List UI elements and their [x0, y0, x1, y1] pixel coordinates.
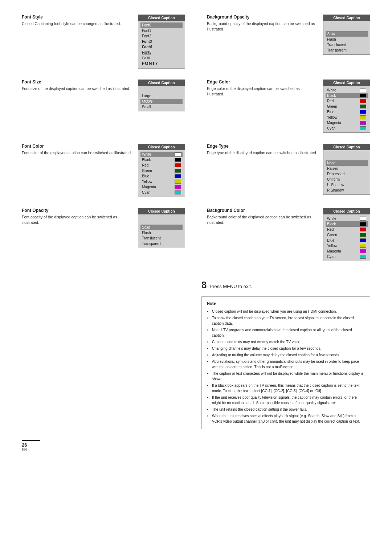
note-item-9: If the unit receives poor quality televi…: [212, 395, 365, 406]
bg-color-menu-items: White Black Red Green Blue: [323, 214, 370, 261]
font-opacity-item-1[interactable]: Flash: [140, 230, 183, 235]
main-grid: Font Style Closed Captioning font style …: [22, 15, 370, 261]
bg-color-title: Background Color: [207, 208, 317, 213]
edge-color-item-4[interactable]: Blue: [326, 109, 368, 115]
note-item-0: Closed caption will not be displayed whe…: [212, 309, 365, 314]
edge-color-item-5[interactable]: Yellow: [326, 115, 368, 120]
font-style-item-2[interactable]: Font2: [140, 33, 183, 39]
font-color-swatch-7: [175, 190, 181, 194]
note-title: Note: [207, 300, 365, 307]
font-color-item-5[interactable]: Yellow: [140, 179, 183, 184]
font-color-item-4[interactable]: Blue: [140, 173, 183, 179]
bg-opacity-desc: Background opacity of the displayed capt…: [207, 21, 317, 32]
edge-color-swatch-3: [360, 104, 366, 108]
font-color-item-0[interactable]: White: [140, 152, 183, 157]
edge-color-item-3[interactable]: Green: [326, 104, 368, 109]
font-color-title: Font Color: [22, 144, 132, 149]
edge-color-swatch-7: [360, 126, 366, 130]
font-opacity-title: Font Opacity: [22, 208, 132, 213]
bg-opacity-section: Background Opacity Background opacity of…: [207, 15, 370, 69]
bg-opacity-text: Background Opacity Background opacity of…: [207, 15, 317, 32]
edge-color-item-7[interactable]: Cyan: [326, 126, 368, 131]
font-color-swatch-1: [175, 158, 181, 162]
bottom-left-spacer: [22, 268, 191, 429]
edge-color-title: Edge Color: [207, 79, 317, 85]
font-style-desc: Closed Captioning font style can be chan…: [22, 21, 132, 26]
edge-type-text: Edge Type Edge type of the displayed cap…: [207, 144, 317, 156]
bg-opacity-item-2[interactable]: Translucent: [326, 42, 368, 48]
font-size-item-0[interactable]: Large: [140, 93, 183, 99]
font-style-item-3[interactable]: Font3: [140, 39, 183, 44]
page-sub: EN: [22, 448, 370, 452]
bg-color-item-4[interactable]: Blue: [326, 238, 368, 243]
font-style-item-5[interactable]: Font5: [140, 50, 183, 55]
bg-color-swatch-4: [360, 238, 366, 242]
edge-type-item-0[interactable]: None: [326, 160, 368, 166]
edge-color-item-1[interactable]: Black: [326, 93, 368, 98]
font-color-swatch-2: [175, 163, 181, 167]
edge-type-menu-title: Closed Caption: [323, 144, 370, 150]
note-box: Note Closed caption will not be displaye…: [201, 296, 370, 429]
font-style-item-0[interactable]: Font0: [140, 22, 183, 28]
bg-opacity-item-0[interactable]: Solid: [326, 31, 368, 37]
bg-color-item-0[interactable]: White: [326, 216, 368, 221]
edge-color-item-2[interactable]: Red: [326, 98, 368, 104]
bg-color-item-3[interactable]: Green: [326, 232, 368, 238]
font-size-desc: Font size of the displayed caption can b…: [22, 86, 132, 91]
edge-type-item-4[interactable]: L. Shadow: [326, 182, 368, 188]
font-opacity-item-0[interactable]: Solid: [140, 225, 183, 230]
edge-color-item-6[interactable]: Magenta: [326, 120, 368, 126]
note-item-10: The unit retains the closed caption sett…: [212, 407, 365, 412]
font-style-item-6[interactable]: Font6: [140, 55, 183, 60]
font-opacity-item-3[interactable]: Transparent: [140, 241, 183, 246]
bg-color-item-7[interactable]: Cyan: [326, 254, 368, 259]
bg-color-item-5[interactable]: Yellow: [326, 243, 368, 249]
font-style-item-4[interactable]: Font4: [140, 44, 183, 50]
bg-color-swatch-7: [360, 255, 366, 259]
bg-color-swatch-1: [360, 222, 366, 226]
font-size-menu-items: Large Middle Small: [138, 86, 185, 111]
font-opacity-item-2[interactable]: Translucent: [140, 235, 183, 241]
bg-color-item-6[interactable]: Magenta: [326, 249, 368, 254]
edge-color-item-0[interactable]: White: [326, 87, 368, 93]
font-color-item-1[interactable]: Black: [140, 157, 183, 163]
bg-color-item-1[interactable]: Black: [326, 221, 368, 227]
font-color-swatch-6: [175, 185, 181, 189]
bg-opacity-item-3[interactable]: Transparent: [326, 48, 368, 53]
font-style-item-1[interactable]: Font1: [140, 28, 183, 33]
font-color-item-3[interactable]: Green: [140, 168, 183, 173]
note-item-4: Changing channels may delay the closed c…: [212, 346, 365, 351]
note-item-6: Abbreviations, symbols and other grammat…: [212, 359, 365, 370]
edge-color-desc: Edge color of the displayed caption can …: [207, 86, 317, 97]
edge-type-item-2[interactable]: Depressed: [326, 171, 368, 177]
bg-color-item-2[interactable]: Red: [326, 227, 368, 232]
bg-opacity-menu-items: Solid Flash Translucent Transparent: [323, 21, 370, 54]
font-opacity-section: Font Opacity Font opacity of the display…: [22, 208, 185, 261]
font-color-swatch-4: [175, 174, 181, 178]
bg-color-menu: Closed Caption White Black Red Green: [323, 208, 370, 261]
step-text: Press MENU to exit.: [209, 284, 252, 289]
font-style-menu-items: Font0 Font1 Font2 Font3 Font4 Font5 Font…: [138, 21, 185, 68]
font-style-item-7[interactable]: FONT7: [140, 60, 183, 67]
font-size-item-1[interactable]: Middle: [140, 99, 183, 104]
edge-color-section: Edge Color Edge color of the displayed c…: [207, 79, 370, 133]
edge-color-swatch-1: [360, 94, 366, 98]
note-item-5: Adjusting or muting the volume may delay…: [212, 352, 365, 358]
font-color-menu-items: White Black Red Green Blue: [138, 150, 185, 197]
bg-opacity-item-1[interactable]: Flash: [326, 37, 368, 42]
font-opacity-text: Font Opacity Font opacity of the display…: [22, 208, 132, 225]
edge-type-item-5[interactable]: R.Shadow: [326, 188, 368, 193]
bottom-section: 8 Press MENU to exit. Note Closed captio…: [22, 268, 370, 429]
edge-type-item-3[interactable]: Uniform: [326, 177, 368, 182]
font-color-menu: Closed Caption White Black Red Green: [138, 144, 185, 197]
font-color-item-7[interactable]: Cyan: [140, 190, 183, 195]
font-color-item-2[interactable]: Red: [140, 163, 183, 168]
edge-type-title: Edge Type: [207, 144, 317, 149]
font-color-item-6[interactable]: Magenta: [140, 184, 183, 190]
note-item-3: Captions and texts may not exactly match…: [212, 339, 365, 345]
font-style-menu-title: Closed Caption: [138, 15, 185, 21]
edge-type-item-1[interactable]: Raised: [326, 166, 368, 171]
font-size-item-2[interactable]: Small: [140, 104, 183, 110]
font-style-title: Font Style: [22, 15, 132, 20]
font-color-text: Font Color Font color of the displayed c…: [22, 144, 132, 156]
